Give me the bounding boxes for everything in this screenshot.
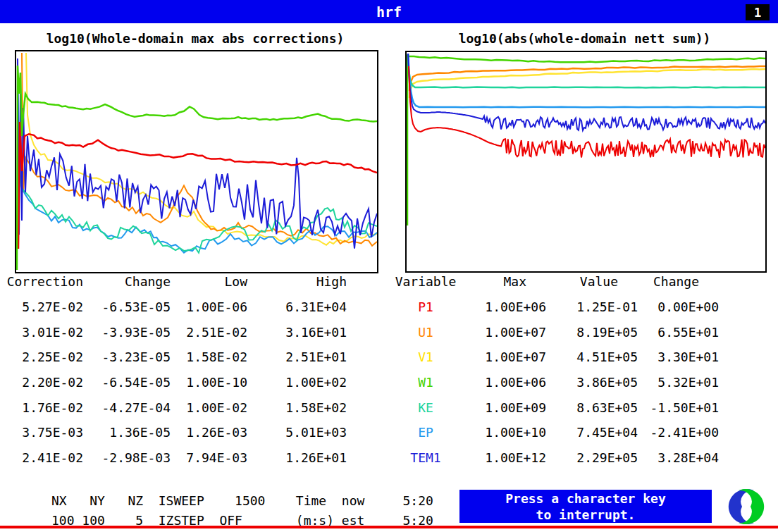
series-TEM1 [408,54,765,130]
cell-value: 3.28E+04 [638,445,719,471]
variables-table: Variable Max Value Change P11.00E+061.25… [389,269,719,471]
right-chart-title: log10(abs(whole-domain nett sum)) [405,31,764,45]
series-V1 [409,69,765,98]
interrupt-line-2: to interrupt. [536,507,636,523]
cell-value: 1.36E-05 [83,420,171,445]
cell-value: 5.27E-02 [6,295,83,320]
cell-value: 1.00E-06 [171,295,247,320]
cell-value: 8.63E+05 [546,395,638,420]
cell-value: 7.94E-03 [171,445,247,471]
cell-value: 1.76E-02 [6,395,83,420]
variable-name: TEM1 [389,445,462,471]
cell-value: 1.26E-03 [171,420,247,445]
cell-value: 2.29E+05 [546,445,638,471]
run-status: NX NY NZ ISWEEP 1500 Time now 5:20 100 1… [6,491,433,531]
series-V1 [26,53,377,245]
table-row: 1.76E-02-4.27E-041.00E-021.58E+02 [6,395,347,420]
col-header-variable: Variable [389,269,462,295]
variable-name: EP [389,420,462,445]
cell-value: 2.51E-02 [171,319,247,345]
cell-value: 1.00E+07 [462,345,546,370]
variables-table-header-row: Variable Max Value Change [389,269,719,295]
cell-value: 1.00E+02 [247,370,347,395]
cell-value: -6.53E-05 [83,295,171,320]
cell-value: 1.00E+12 [462,445,546,471]
table-row: V11.00E+074.51E+053.30E+01 [389,345,719,370]
page-number: 1 [754,6,761,20]
nett-sum-chart-plot [407,52,765,271]
cell-value: 6.55E+01 [638,319,719,345]
cell-value: -4.27E-04 [83,395,171,420]
cell-value: 2.20E-02 [6,370,83,395]
cham-logo [722,488,771,526]
series-KE [18,94,377,253]
table-row: 3.75E-031.36E-051.26E-035.01E+03 [6,420,347,445]
cell-value: 2.25E-02 [6,345,83,370]
table-row: KE1.00E+098.63E+05-1.50E+01 [389,395,719,420]
interrupt-prompt[interactable]: Press a character key to interrupt. [459,490,712,523]
cell-value: 1.25E-01 [546,295,638,320]
cell-value: -1.50E+01 [638,395,719,420]
cell-value: 1.00E+07 [462,319,546,345]
variable-name: U1 [389,319,462,345]
series-EP [18,73,377,253]
table-row: 2.41E-02-2.98E-037.94E-031.26E+01 [6,445,347,471]
variable-name: V1 [389,345,462,370]
cell-value: 4.51E+05 [546,345,638,370]
cell-value: 3.16E+01 [247,319,347,345]
variable-name: W1 [389,370,462,395]
nett-sum-chart [405,51,767,273]
cell-value: 0.00E+00 [638,295,719,320]
cell-value: 5.01E+03 [247,420,347,445]
cell-value: 3.75E-03 [6,420,83,445]
corrections-table: Correction Change Low High 5.27E-02-6.53… [6,269,347,471]
cell-value: -6.54E-05 [83,370,171,395]
col-header-change: Change [83,269,171,295]
corrections-table-header-row: Correction Change Low High [6,269,347,295]
solver-monitor-screen: hrf 1 log10(Whole-domain max abs correct… [0,0,778,532]
cell-value: 3.86E+05 [546,370,638,395]
col-header-high: High [247,269,347,295]
bottom-divider-stripe [0,526,778,528]
page-number-badge: 1 [746,4,770,20]
table-row: 2.25E-02-3.23E-051.58E-022.51E+01 [6,345,347,370]
cell-value: 1.00E+09 [462,395,546,420]
col-header-correction: Correction [6,269,83,295]
col-header-value: Value [546,269,638,295]
table-row: 2.20E-02-6.54E-051.00E-101.00E+02 [6,370,347,395]
table-row: EP1.00E+107.45E+04-2.41E+00 [389,420,719,445]
cell-value: 1.00E-02 [171,395,247,420]
title-bar: hrf [0,0,778,23]
cell-value: -3.93E-05 [83,319,171,345]
cell-value: -2.41E+00 [638,420,719,445]
cell-value: 2.41E-02 [6,445,83,471]
cell-value: 6.31E+04 [247,295,347,320]
series-P1 [18,122,377,249]
cell-value: 1.26E+01 [247,445,347,471]
series-W1 [407,56,765,225]
cell-value: 1.00E-10 [171,370,247,395]
col-header-low: Low [171,269,247,295]
table-row: U11.00E+078.19E+056.55E+01 [389,319,719,345]
table-row: TEM11.00E+122.29E+053.28E+04 [389,445,719,471]
window-title: hrf [376,4,402,20]
cell-value: 1.58E+02 [247,395,347,420]
cell-value: 3.01E-02 [6,319,83,345]
cell-value: -2.98E-03 [83,445,171,471]
cell-value: 1.00E+06 [462,370,546,395]
cell-value: 8.19E+05 [546,319,638,345]
cell-value: 3.30E+01 [638,345,719,370]
cell-value: 2.51E+01 [247,345,347,370]
left-chart-title: log10(Whole-domain max abs corrections) [15,31,376,45]
cell-value: 1.58E-02 [171,345,247,370]
table-row: 5.27E-02-6.53E-051.00E-066.31E+04 [6,295,347,320]
series-U1 [22,53,377,246]
col-header-max: Max [462,269,546,295]
cell-value: -3.23E-05 [83,345,171,370]
cell-value: 1.00E+10 [462,420,546,445]
status-line-1: NX NY NZ ISWEEP 1500 Time now 5:20 [6,491,433,511]
variable-name: P1 [389,295,462,320]
variable-name: KE [389,395,462,420]
cell-value: 1.00E+06 [462,295,546,320]
corrections-chart [15,50,378,273]
